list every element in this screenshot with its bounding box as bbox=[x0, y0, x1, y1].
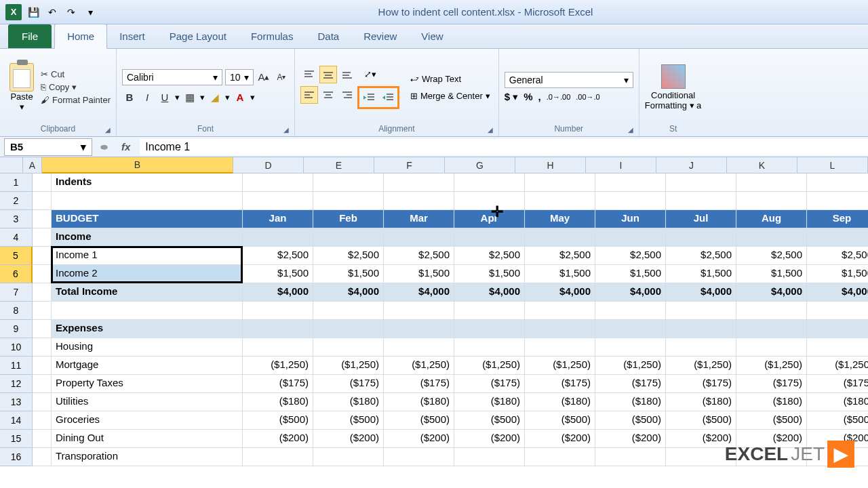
border-button[interactable]: ▦ bbox=[182, 89, 197, 106]
font-name-select[interactable]: Calibri▾ bbox=[122, 69, 222, 85]
cell[interactable]: ($500) bbox=[736, 411, 807, 430]
cell[interactable]: ($1,250) bbox=[807, 357, 868, 375]
cell[interactable] bbox=[243, 228, 313, 247]
cell[interactable]: ($1,250) bbox=[454, 357, 525, 375]
cell[interactable] bbox=[384, 338, 454, 357]
row-header-15[interactable]: 15 bbox=[0, 430, 33, 448]
cell[interactable] bbox=[243, 448, 313, 466]
cell[interactable] bbox=[454, 338, 525, 357]
cell[interactable] bbox=[666, 192, 736, 210]
cell[interactable] bbox=[33, 174, 52, 192]
cell[interactable]: ($1,250) bbox=[736, 357, 807, 375]
cell[interactable]: Income 2 bbox=[52, 265, 243, 283]
cell[interactable] bbox=[595, 320, 666, 338]
row-header-7[interactable]: 7 bbox=[0, 283, 33, 302]
merge-center-button[interactable]: ⊞Merge & Center▾ bbox=[408, 89, 493, 103]
row-header-9[interactable]: 9 bbox=[0, 320, 33, 338]
column-header-D[interactable]: D bbox=[233, 157, 304, 174]
cell[interactable]: Mar bbox=[384, 210, 454, 228]
cell[interactable] bbox=[454, 302, 525, 320]
orientation-icon[interactable]: ⤢▾ bbox=[361, 66, 379, 83]
cell[interactable] bbox=[736, 174, 807, 192]
cell[interactable]: $4,000 bbox=[384, 283, 454, 302]
cell[interactable]: ($1,250) bbox=[595, 357, 666, 375]
cell[interactable]: ($1,250) bbox=[313, 357, 384, 375]
cell[interactable] bbox=[33, 247, 52, 265]
cell[interactable]: ($175) bbox=[666, 375, 736, 393]
cell[interactable]: $1,500 bbox=[384, 265, 454, 283]
font-launcher-icon[interactable]: ◢ bbox=[283, 126, 289, 134]
cell[interactable]: ($500) bbox=[384, 411, 454, 430]
cell[interactable] bbox=[33, 448, 52, 466]
cell[interactable]: $2,500 bbox=[525, 247, 595, 265]
cell[interactable]: ($500) bbox=[454, 411, 525, 430]
cell[interactable]: Sep bbox=[807, 210, 868, 228]
cell[interactable] bbox=[807, 228, 868, 247]
cell[interactable]: May bbox=[525, 210, 595, 228]
cell[interactable] bbox=[595, 448, 666, 466]
cell[interactable] bbox=[33, 210, 52, 228]
cell[interactable]: Mortgage bbox=[52, 357, 243, 375]
format-painter-button[interactable]: 🖌Format Painter bbox=[41, 95, 111, 105]
save-icon[interactable]: 💾 bbox=[26, 5, 41, 20]
cell[interactable]: Expenses bbox=[52, 320, 243, 338]
cell[interactable] bbox=[736, 338, 807, 357]
cell[interactable]: ($175) bbox=[807, 375, 868, 393]
cell[interactable]: Property Taxes bbox=[52, 375, 243, 393]
cell[interactable]: ($180) bbox=[736, 393, 807, 411]
cell[interactable]: Jun bbox=[595, 210, 666, 228]
cell[interactable] bbox=[33, 375, 52, 393]
cell[interactable]: $2,500 bbox=[736, 247, 807, 265]
cell[interactable] bbox=[807, 192, 868, 210]
cell[interactable] bbox=[384, 192, 454, 210]
redo-icon[interactable]: ↷ bbox=[64, 5, 79, 20]
cell[interactable]: ($175) bbox=[736, 375, 807, 393]
cell[interactable]: ($180) bbox=[243, 393, 313, 411]
increase-decimal-icon[interactable]: .0→.00 bbox=[547, 93, 570, 101]
grow-font-icon[interactable]: A▴ bbox=[256, 69, 271, 85]
comma-icon[interactable]: , bbox=[538, 91, 541, 102]
column-header-E[interactable]: E bbox=[304, 157, 374, 174]
tab-review[interactable]: Review bbox=[351, 24, 409, 48]
row-header-16[interactable]: 16 bbox=[0, 448, 33, 466]
number-format-select[interactable]: General▾ bbox=[505, 72, 633, 88]
font-color-button[interactable]: A bbox=[233, 89, 248, 106]
cell[interactable]: ($200) bbox=[384, 430, 454, 448]
cell[interactable] bbox=[313, 302, 384, 320]
select-all-corner[interactable] bbox=[0, 157, 23, 174]
row-header-8[interactable]: 8 bbox=[0, 302, 33, 320]
cell[interactable] bbox=[736, 320, 807, 338]
cell[interactable]: $1,500 bbox=[243, 265, 313, 283]
cell[interactable] bbox=[33, 265, 52, 283]
row-header-11[interactable]: 11 bbox=[0, 357, 33, 375]
cell[interactable]: Jan bbox=[243, 210, 313, 228]
cell[interactable]: ($500) bbox=[807, 411, 868, 430]
cell[interactable] bbox=[454, 174, 525, 192]
column-header-A[interactable]: A bbox=[23, 157, 42, 174]
cell[interactable]: ($1,250) bbox=[243, 357, 313, 375]
cell[interactable]: ($500) bbox=[313, 411, 384, 430]
cell[interactable] bbox=[33, 411, 52, 430]
cell[interactable] bbox=[33, 430, 52, 448]
name-box[interactable]: B5▾ bbox=[4, 138, 92, 156]
tab-data[interactable]: Data bbox=[305, 24, 351, 48]
cell[interactable] bbox=[384, 302, 454, 320]
column-header-J[interactable]: J bbox=[656, 157, 727, 174]
cell[interactable]: ($500) bbox=[525, 411, 595, 430]
number-launcher-icon[interactable]: ◢ bbox=[628, 126, 633, 134]
cell[interactable] bbox=[736, 302, 807, 320]
paste-dropdown-icon[interactable]: ▾ bbox=[20, 102, 24, 112]
cell[interactable]: $4,000 bbox=[313, 283, 384, 302]
cell[interactable]: ($180) bbox=[595, 393, 666, 411]
cell[interactable]: $4,000 bbox=[525, 283, 595, 302]
cell[interactable]: $4,000 bbox=[454, 283, 525, 302]
clipboard-launcher-icon[interactable]: ◢ bbox=[105, 126, 111, 134]
cell[interactable] bbox=[384, 174, 454, 192]
cell[interactable] bbox=[313, 174, 384, 192]
cell[interactable]: $4,000 bbox=[736, 283, 807, 302]
cell[interactable]: ($500) bbox=[595, 411, 666, 430]
formula-input[interactable]: Income 1 bbox=[140, 139, 868, 155]
tab-formulas[interactable]: Formulas bbox=[239, 24, 306, 48]
fill-color-button[interactable]: ◢ bbox=[208, 89, 222, 106]
column-header-I[interactable]: I bbox=[586, 157, 656, 174]
